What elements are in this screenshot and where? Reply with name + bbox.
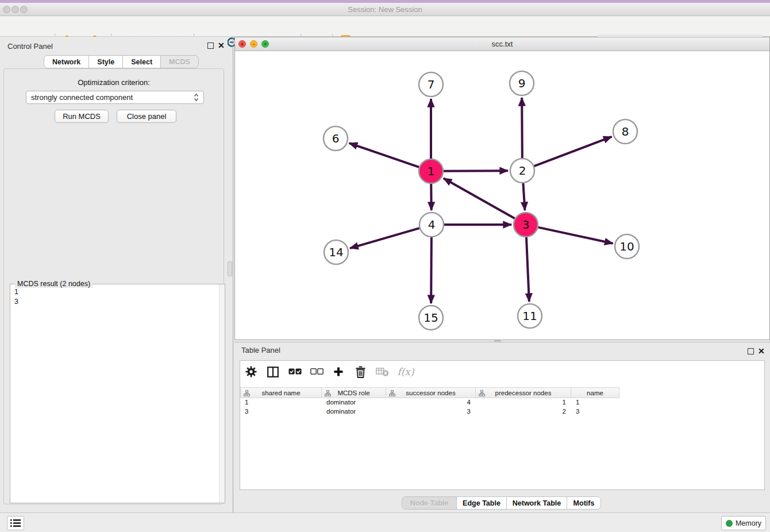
table-row[interactable]: 3dominator323 — [240, 407, 619, 417]
graph-node-label-6: 6 — [332, 132, 340, 145]
column-header-shared-name[interactable]: shared name — [240, 387, 322, 398]
network-canvas[interactable]: 7968124314101511 — [235, 52, 769, 340]
tab-network[interactable]: Network — [44, 55, 89, 68]
graph-edge-1-2[interactable] — [444, 171, 508, 171]
column-header-successor-nodes[interactable]: successor nodes — [386, 387, 476, 398]
network-window-titlebar: × − + scc.txt — [235, 37, 769, 51]
graph-node-label-1: 1 — [428, 164, 435, 178]
tab-network-table[interactable]: Network Table — [506, 496, 567, 510]
table-panel-tabs: Node TableEdge TableNetwork TableMotifs — [402, 496, 601, 510]
column-header-name[interactable]: name — [571, 387, 619, 398]
float-table-panel-icon[interactable] — [748, 348, 754, 354]
status-bar: Memory — [0, 512, 770, 532]
graph-edge-2-9[interactable] — [522, 98, 522, 158]
column-header-label: successor nodes — [406, 390, 455, 396]
tab-select[interactable]: Select — [122, 55, 161, 68]
mcds-result-text: 1 3 — [11, 286, 218, 502]
table-cell[interactable]: 3 — [386, 407, 476, 417]
tab-node-table[interactable]: Node Table — [402, 496, 457, 510]
window-title: Session: New Session — [0, 5, 770, 14]
column-header-predecessor-nodes[interactable]: predecessor nodes — [476, 387, 571, 398]
column-header-label: MCDS role — [337, 390, 369, 396]
table-cell[interactable]: 2 — [476, 407, 571, 417]
table-row[interactable]: 1dominator411 — [240, 398, 619, 407]
delete-columns-icon[interactable] — [349, 366, 371, 378]
graph-edge-1-6[interactable] — [349, 143, 419, 167]
vertical-splitter-handle[interactable] — [228, 261, 232, 276]
column-header-MCDS-role[interactable]: MCDS role — [322, 387, 386, 398]
column-tree-icon — [244, 390, 250, 396]
table-cell[interactable]: 1 — [240, 398, 322, 407]
graph-edge-3-10[interactable] — [538, 228, 613, 244]
float-panel-icon[interactable] — [207, 43, 214, 49]
control-panel-tabs: NetworkStyleSelectMCDS — [44, 55, 199, 68]
network-view-title: scc.txt — [235, 40, 769, 48]
tab-style[interactable]: Style — [88, 55, 123, 68]
graph-edge-3-1[interactable] — [444, 178, 515, 218]
memory-label: Memory — [736, 519, 761, 527]
control-panel: Control Panel ✕ NetworkStyleSelectMCDS O… — [0, 37, 228, 512]
column-tree-icon — [325, 390, 331, 396]
table-cell[interactable]: dominator — [322, 398, 386, 407]
main-toolbar — [0, 16, 770, 37]
network-view-window: × − + scc.txt 7968124314101511 — [234, 37, 770, 340]
app-titlebar: Session: New Session — [0, 3, 770, 16]
graph-node-label-8: 8 — [622, 125, 629, 138]
network-graph: 7968124314101511 — [235, 52, 769, 340]
table-cell[interactable]: 3 — [571, 407, 619, 417]
column-header-label: predecessor nodes — [495, 390, 552, 396]
deselect-all-rows-icon[interactable] — [306, 368, 328, 375]
table-cell[interactable]: 1 — [476, 398, 571, 407]
close-table-panel-icon[interactable]: ✕ — [758, 346, 765, 356]
mcds-tab-content: Optimization criterion: strongly connect… — [3, 68, 224, 504]
function-builder-icon: f(x) — [393, 366, 418, 377]
control-panel-title: Control Panel — [7, 42, 53, 51]
tab-edge-table[interactable]: Edge Table — [456, 496, 507, 510]
table-cell[interactable]: 1 — [571, 398, 619, 407]
result-scrollbar[interactable] — [219, 284, 225, 503]
column-header-label: name — [587, 390, 603, 396]
graph-node-label-11: 11 — [522, 309, 537, 323]
table-cell[interactable]: 4 — [386, 398, 476, 407]
table-panel-title: Table Panel — [241, 346, 280, 354]
select-all-rows-icon[interactable] — [284, 368, 306, 375]
table-header-row: shared nameMCDS rolesuccessor nodesprede… — [240, 387, 619, 398]
run-mcds-button[interactable]: Run MCDS — [55, 110, 109, 123]
memory-status-icon — [726, 520, 733, 527]
graph-node-label-4: 4 — [428, 218, 436, 232]
column-tree-icon — [479, 390, 485, 396]
graph-edge-2-8[interactable] — [534, 137, 612, 166]
toggle-columns-icon[interactable] — [262, 367, 284, 377]
memory-button[interactable]: Memory — [721, 516, 766, 530]
table-toolbar: f(x) — [240, 361, 764, 383]
graph-edge-3-11[interactable] — [526, 237, 529, 302]
graph-node-label-9: 9 — [518, 76, 526, 90]
criterion-select-value: strongly connected component — [31, 93, 194, 102]
add-column-icon[interactable] — [328, 367, 349, 377]
delete-table-icon — [371, 367, 393, 377]
mcds-result-group: MCDS result (2 nodes) 1 3 — [10, 284, 225, 503]
column-tree-icon — [389, 390, 395, 396]
select-stepper-icon — [194, 93, 199, 102]
list-icon — [10, 519, 21, 527]
task-history-button[interactable] — [7, 516, 24, 530]
close-panel-button[interactable]: Close panel — [117, 110, 176, 123]
graph-node-label-2: 2 — [519, 164, 526, 178]
graph-edge-4-14[interactable] — [350, 228, 419, 248]
criterion-select[interactable]: strongly connected component — [26, 91, 204, 104]
table-cell[interactable]: 3 — [240, 407, 322, 417]
settings-gear-icon[interactable] — [240, 366, 262, 377]
node-table-container: f(x) shared nameMCDS rolesuccessor nodes… — [240, 360, 765, 490]
graph-node-label-14: 14 — [329, 245, 343, 259]
close-panel-icon[interactable]: ✕ — [218, 41, 225, 50]
graph-edge-2-3[interactable] — [523, 183, 525, 210]
tab-motifs[interactable]: Motifs — [567, 496, 601, 510]
graph-edge-4-15[interactable] — [431, 237, 432, 303]
table-panel: Table Panel ✕ — [234, 342, 770, 511]
vertical-splitter[interactable] — [233, 37, 233, 512]
tab-mcds[interactable]: MCDS — [160, 55, 199, 68]
column-header-label: shared name — [261, 390, 300, 396]
graph-node-label-7: 7 — [428, 78, 435, 91]
table-cell[interactable]: dominator — [322, 407, 386, 417]
graph-node-label-10: 10 — [619, 240, 634, 253]
